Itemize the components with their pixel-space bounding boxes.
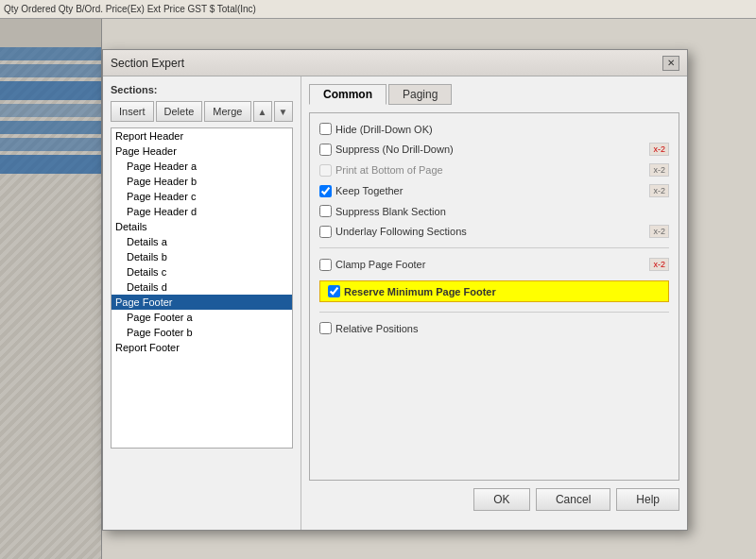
option-row-relative: Relative Positions <box>319 322 669 334</box>
keep-together-formula-button[interactable]: x-2 <box>649 184 669 197</box>
insert-button[interactable]: Insert <box>111 101 154 122</box>
section-expert-dialog: Section Expert ✕ Sections: Insert Delete… <box>102 49 688 531</box>
sections-list[interactable]: Report Header Page Header Page Header a … <box>111 127 293 449</box>
divider-2 <box>319 312 669 313</box>
underlay-checkbox[interactable] <box>319 226 332 238</box>
cancel-button[interactable]: Cancel <box>536 488 610 511</box>
left-panel <box>0 19 102 559</box>
option-row-clamp: Clamp Page Footer x-2 <box>319 258 669 271</box>
list-item[interactable]: Details <box>112 219 292 234</box>
hide-checkbox[interactable] <box>319 123 332 135</box>
sections-label: Sections: <box>111 84 293 95</box>
dialog-title: Section Expert <box>111 57 184 70</box>
reserve-checkbox[interactable] <box>328 285 340 297</box>
list-item[interactable]: Details d <box>112 280 292 295</box>
tab-common[interactable]: Common <box>309 84 387 105</box>
keep-together-label: Keep Together <box>335 185 403 196</box>
list-item[interactable]: Details c <box>112 264 292 280</box>
relative-label: Relative Positions <box>335 323 418 334</box>
list-item[interactable]: Page Footer a <box>112 310 292 325</box>
print-bottom-label: Print at Bottom of Page <box>335 164 443 176</box>
suppress-formula-button[interactable]: x-2 <box>649 143 669 156</box>
help-button[interactable]: Help <box>616 488 679 511</box>
left-panel-stripe <box>0 47 101 559</box>
sections-panel: Sections: Insert Delete Merge ▲ ▼ Report… <box>103 76 301 530</box>
properties-panel: Common Paging Hide (Drill-Down OK) Suppr… <box>301 76 687 530</box>
list-item[interactable]: Page Header <box>112 144 292 159</box>
reserve-row-container: Reserve Minimum Page Footer <box>319 280 669 302</box>
list-item-page-footer[interactable]: Page Footer <box>112 295 292 310</box>
reserve-label: Reserve Minimum Page Footer <box>344 286 496 297</box>
close-button[interactable]: ✕ <box>662 56 679 71</box>
clamp-formula-button[interactable]: x-2 <box>649 258 669 271</box>
merge-button[interactable]: Merge <box>204 101 250 122</box>
sections-toolbar: Insert Delete Merge ▲ ▼ <box>111 101 293 122</box>
footer-buttons: OK Cancel Help <box>309 488 679 511</box>
option-row-keep-together: Keep Together x-2 <box>319 184 669 197</box>
ok-button[interactable]: OK <box>473 488 530 511</box>
suppress-label: Suppress (No Drill-Down) <box>335 144 454 155</box>
suppress-blank-label: Suppress Blank Section <box>335 206 446 217</box>
dialog-body: Sections: Insert Delete Merge ▲ ▼ Report… <box>103 76 687 530</box>
move-down-button[interactable]: ▼ <box>274 101 293 122</box>
list-item[interactable]: Report Footer <box>112 340 292 355</box>
move-up-button[interactable]: ▲ <box>253 101 272 122</box>
tab-paging[interactable]: Paging <box>388 84 452 105</box>
option-row-underlay: Underlay Following Sections x-2 <box>319 225 669 238</box>
list-item[interactable]: Report Header <box>112 128 292 144</box>
option-row-suppress: Suppress (No Drill-Down) x-2 <box>319 143 669 156</box>
keep-together-checkbox[interactable] <box>319 185 332 197</box>
underlay-label: Underlay Following Sections <box>335 226 467 237</box>
clamp-checkbox[interactable] <box>319 259 332 271</box>
divider-1 <box>319 247 669 248</box>
option-row-suppress-blank: Suppress Blank Section <box>319 205 669 217</box>
list-item[interactable]: Details b <box>112 249 292 264</box>
print-bottom-checkbox[interactable] <box>319 164 332 177</box>
list-item[interactable]: Details a <box>112 234 292 249</box>
clamp-label: Clamp Page Footer <box>335 259 425 270</box>
print-bottom-formula-button[interactable]: x-2 <box>649 163 669 177</box>
list-item[interactable]: Page Header d <box>112 204 292 219</box>
dialog-titlebar: Section Expert ✕ <box>103 50 687 76</box>
option-row-print-bottom: Print at Bottom of Page x-2 <box>319 163 669 177</box>
suppress-blank-checkbox[interactable] <box>319 205 332 217</box>
list-item[interactable]: Page Footer b <box>112 325 292 340</box>
list-item[interactable]: Page Header b <box>112 174 292 189</box>
reserve-highlight-row: Reserve Minimum Page Footer <box>319 280 669 302</box>
underlay-formula-button[interactable]: x-2 <box>649 225 669 238</box>
list-item[interactable]: Page Header a <box>112 159 292 174</box>
hide-label: Hide (Drill-Down OK) <box>335 124 433 135</box>
tab-content-common: Hide (Drill-Down OK) Suppress (No Drill-… <box>309 112 679 481</box>
relative-checkbox[interactable] <box>319 322 332 334</box>
option-row-hide: Hide (Drill-Down OK) <box>319 123 669 135</box>
list-item[interactable]: Page Header c <box>112 189 292 204</box>
tabs-row: Common Paging <box>309 84 679 105</box>
suppress-checkbox[interactable] <box>319 144 332 156</box>
spreadsheet-header: Qty Ordered Qty B/Ord. Price(Ex) Ext Pri… <box>0 0 756 19</box>
delete-button[interactable]: Delete <box>156 101 203 122</box>
